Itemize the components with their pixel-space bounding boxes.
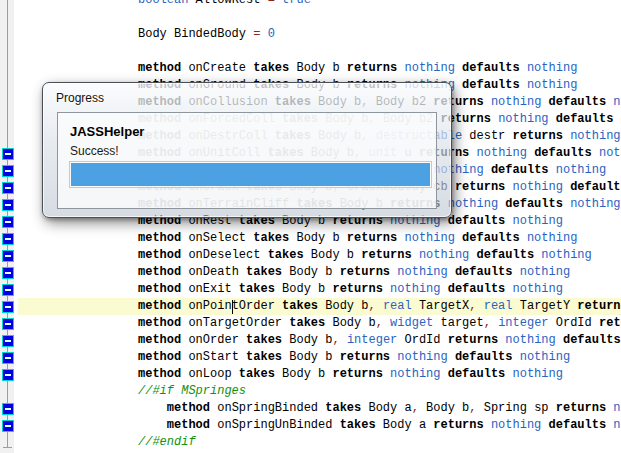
fold-marker[interactable] — [2, 318, 14, 330]
code-line[interactable]: method onPointOrder takes Body b, real T… — [0, 298, 621, 315]
fold-marker[interactable] — [2, 352, 14, 364]
code-line[interactable]: method onSpringBinded takes Body a, Body… — [0, 400, 621, 417]
fold-marker[interactable] — [2, 250, 14, 262]
fold-marker[interactable] — [2, 403, 14, 415]
dialog-status-text: Success! — [70, 144, 119, 158]
fold-marker[interactable] — [2, 301, 14, 313]
fold-line-end-tick — [3, 447, 12, 448]
fold-marker[interactable] — [2, 335, 14, 347]
fold-marker[interactable] — [2, 199, 14, 211]
progress-bar-fill — [71, 163, 430, 186]
code-line[interactable] — [0, 9, 621, 26]
code-editor: boolean AllowRest = trueBody BindedBody … — [0, 0, 621, 453]
dialog-app-name: JASSHelper — [70, 124, 144, 139]
fold-marker[interactable] — [2, 182, 14, 194]
fold-marker[interactable] — [2, 233, 14, 245]
fold-margin — [0, 0, 18, 453]
code-line[interactable]: //#endif — [0, 434, 621, 451]
code-line[interactable]: method onDeselect takes Body b returns n… — [0, 247, 621, 264]
code-line[interactable]: Body BindedBody = 0 — [0, 26, 621, 43]
code-line[interactable]: method onOrder takes Body b, integer Ord… — [0, 332, 621, 349]
code-line[interactable]: method onLoop takes Body b returns nothi… — [0, 366, 621, 383]
code-line[interactable]: method onExit takes Body b returns nothi… — [0, 281, 621, 298]
code-lines: boolean AllowRest = trueBody BindedBody … — [0, 0, 621, 451]
code-line[interactable]: method onCreate takes Body b returns not… — [0, 60, 621, 77]
code-line[interactable]: method onSelect takes Body b returns not… — [0, 230, 621, 247]
dialog-client: JASSHelper Success! — [57, 112, 437, 209]
dialog-titlebar[interactable]: Progress — [43, 83, 451, 112]
fold-marker[interactable] — [2, 165, 14, 177]
progress-bar-track — [69, 161, 432, 188]
fold-marker[interactable] — [2, 420, 14, 432]
fold-marker[interactable] — [2, 369, 14, 381]
code-line[interactable]: boolean AllowRest = true — [0, 0, 621, 9]
code-line[interactable]: method onDeath takes Body b returns noth… — [0, 264, 621, 281]
fold-marker[interactable] — [2, 216, 14, 228]
code-line[interactable] — [0, 43, 621, 60]
text-caret — [232, 300, 233, 314]
fold-marker[interactable] — [2, 267, 14, 279]
progress-dialog: Progress JASSHelper Success! — [42, 82, 452, 218]
code-area[interactable]: boolean AllowRest = trueBody BindedBody … — [0, 0, 621, 453]
code-line[interactable]: method onTargetOrder takes Body b, widge… — [0, 315, 621, 332]
code-line[interactable]: method onSpringUnBinded takes Body a ret… — [0, 417, 621, 434]
fold-marker[interactable] — [2, 148, 14, 160]
code-line[interactable]: method onStart takes Body b returns noth… — [0, 349, 621, 366]
dialog-title: Progress — [56, 91, 104, 105]
code-line[interactable]: //#if MSpringes — [0, 383, 621, 400]
fold-marker[interactable] — [2, 284, 14, 296]
